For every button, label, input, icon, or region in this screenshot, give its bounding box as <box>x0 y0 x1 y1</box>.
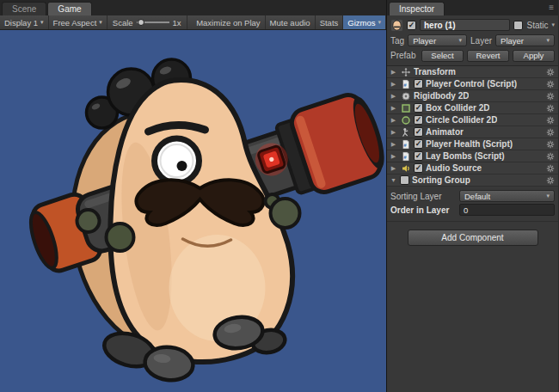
display-dropdown[interactable]: Display 1 ▾ <box>0 15 49 29</box>
component-name: Audio Source <box>426 163 482 173</box>
gear-icon[interactable] <box>546 164 555 173</box>
order-in-layer-value: 0 <box>464 205 468 215</box>
component-row-rigidbody2d[interactable]: ▶ Rigidbody 2D <box>387 90 558 102</box>
component-name: Player Control (Script) <box>426 79 517 89</box>
gameobject-name-field[interactable]: hero (1) <box>420 19 510 31</box>
component-enabled-checkbox[interactable]: ✓ <box>414 103 423 113</box>
foldout-icon[interactable]: ▶ <box>390 117 397 123</box>
tab-game[interactable]: Game <box>47 2 91 15</box>
scale-label: Scale <box>113 18 133 28</box>
check-icon: ✓ <box>415 164 422 172</box>
foldout-icon[interactable]: ▶ <box>390 105 397 111</box>
mute-audio-button[interactable]: Mute audio <box>266 15 316 29</box>
gear-icon[interactable] <box>546 152 555 161</box>
layer-dropdown[interactable]: Player ▾ <box>495 34 555 46</box>
tab-scene[interactable]: Scene <box>2 2 46 15</box>
chevron-down-icon: ▾ <box>547 37 550 44</box>
component-row-animator[interactable]: ▶ ✓ Animator <box>387 126 558 138</box>
order-in-layer-row: Order in Layer 0 <box>390 203 555 217</box>
component-row-player-control[interactable]: ▶ # ✓ Player Control (Script) <box>387 78 558 90</box>
component-row-sorting-group[interactable]: ▼ Sorting Group <box>387 175 558 187</box>
chevron-down-icon: ▾ <box>378 19 381 26</box>
tag-layer-row: Tag Player ▾ Layer Player ▾ <box>390 34 555 47</box>
chevron-down-icon: ▾ <box>546 193 550 199</box>
foldout-icon[interactable]: ▶ <box>390 141 397 147</box>
tab-inspector[interactable]: Inspector <box>389 2 445 15</box>
aspect-dropdown[interactable]: Free Aspect ▾ <box>49 15 108 29</box>
game-viewport[interactable] <box>0 30 386 392</box>
stats-button[interactable]: Stats <box>316 15 344 29</box>
check-icon: ✓ <box>415 116 422 124</box>
rigidbody2d-icon <box>400 90 411 101</box>
component-enabled-checkbox[interactable]: ✓ <box>414 79 423 89</box>
add-component-button[interactable]: Add Component <box>408 230 538 246</box>
script-icon: # <box>400 150 411 162</box>
gizmos-dropdown[interactable]: Gizmos ▾ <box>343 15 386 29</box>
component-row-transform[interactable]: ▶ Transform <box>387 66 558 78</box>
circle-collider-icon <box>400 114 411 126</box>
foldout-icon[interactable]: ▶ <box>390 165 397 171</box>
static-flags-dropdown-icon[interactable]: ▾ <box>551 21 555 28</box>
gear-icon[interactable] <box>546 80 555 89</box>
scale-slider[interactable] <box>137 15 169 29</box>
gear-icon[interactable] <box>546 104 555 113</box>
component-enabled-checkbox[interactable]: ✓ <box>414 127 423 137</box>
layer-label: Layer <box>470 36 492 46</box>
component-enabled-checkbox[interactable] <box>400 175 409 185</box>
check-icon: ✓ <box>415 152 422 160</box>
sorting-layer-value: Default <box>464 192 490 201</box>
gameobject-name: hero (1) <box>424 21 456 30</box>
gear-icon[interactable] <box>546 176 555 185</box>
gameobject-enabled-checkbox[interactable]: ✓ <box>407 21 416 30</box>
gear-icon[interactable] <box>546 92 555 101</box>
order-in-layer-field[interactable]: 0 <box>459 204 555 216</box>
stats-label: Stats <box>320 18 339 28</box>
tab-game-label: Game <box>58 4 81 14</box>
foldout-icon[interactable]: ▶ <box>390 129 397 135</box>
prefab-select-button[interactable]: Select <box>421 50 464 62</box>
inspector-pane: Inspector ≡ ✓ hero (1) Static ▾ <box>386 0 558 392</box>
foldout-expanded-icon[interactable]: ▼ <box>390 177 397 183</box>
sorting-layer-dropdown[interactable]: Default ▾ <box>459 190 555 202</box>
tag-value: Player <box>413 36 436 46</box>
component-enabled-checkbox[interactable]: ✓ <box>414 115 423 125</box>
component-row-lay-bombs[interactable]: ▶ # ✓ Lay Bombs (Script) <box>387 150 558 162</box>
component-enabled-checkbox[interactable]: ✓ <box>414 139 423 149</box>
gear-icon[interactable] <box>546 116 555 125</box>
static-checkbox[interactable] <box>513 21 523 30</box>
prefab-revert-button[interactable]: Revert <box>467 50 509 62</box>
foldout-icon[interactable]: ▶ <box>390 81 397 87</box>
gear-icon[interactable] <box>546 140 555 149</box>
gear-icon[interactable] <box>546 128 555 137</box>
check-icon: ✓ <box>408 21 415 29</box>
component-name: Transform <box>414 67 456 77</box>
static-label: Static <box>526 21 548 30</box>
component-row-circlecollider2d[interactable]: ▶ ✓ Circle Collider 2D <box>387 114 558 126</box>
component-row-audio-source[interactable]: ▶ ✓ Audio Source <box>387 162 558 175</box>
component-enabled-checkbox[interactable]: ✓ <box>414 163 423 173</box>
layer-value: Player <box>501 36 524 46</box>
maximize-on-play-button[interactable]: Maximize on Play <box>192 15 265 29</box>
game-toolbar: Display 1 ▾ Free Aspect ▾ Scale 1x Maxim… <box>0 15 386 30</box>
component-enabled-checkbox[interactable]: ✓ <box>414 151 423 161</box>
scale-control: Scale 1x <box>108 15 187 29</box>
scale-slider-knob[interactable] <box>138 19 144 26</box>
display-dropdown-label: Display 1 <box>4 18 38 28</box>
component-row-player-health[interactable]: ▶ # ✓ Player Health (Script) <box>387 138 558 150</box>
animator-icon <box>400 126 411 138</box>
foldout-icon[interactable]: ▶ <box>390 69 397 75</box>
prefab-apply-button[interactable]: Apply <box>513 50 555 62</box>
sorting-group-properties: Sorting Layer Default ▾ Order in Layer 0 <box>387 187 558 222</box>
prefab-label: Prefab <box>390 51 418 60</box>
audio-source-icon <box>400 162 411 174</box>
hero-body <box>110 80 292 362</box>
tag-dropdown[interactable]: Player ▾ <box>408 34 467 46</box>
foldout-icon[interactable]: ▶ <box>390 153 397 159</box>
script-icon: # <box>400 138 411 150</box>
panel-menu-icon[interactable]: ≡ <box>549 3 554 12</box>
gear-icon[interactable] <box>546 68 555 77</box>
component-row-boxcollider2d[interactable]: ▶ ✓ Box Collider 2D <box>387 102 558 114</box>
foldout-icon[interactable]: ▶ <box>390 93 397 99</box>
inspector-header: ✓ hero (1) Static ▾ Tag Player ▾ Layer P… <box>387 15 558 66</box>
unity-editor-window: Scene Game Display 1 ▾ Free Aspect ▾ Sca… <box>0 0 559 392</box>
